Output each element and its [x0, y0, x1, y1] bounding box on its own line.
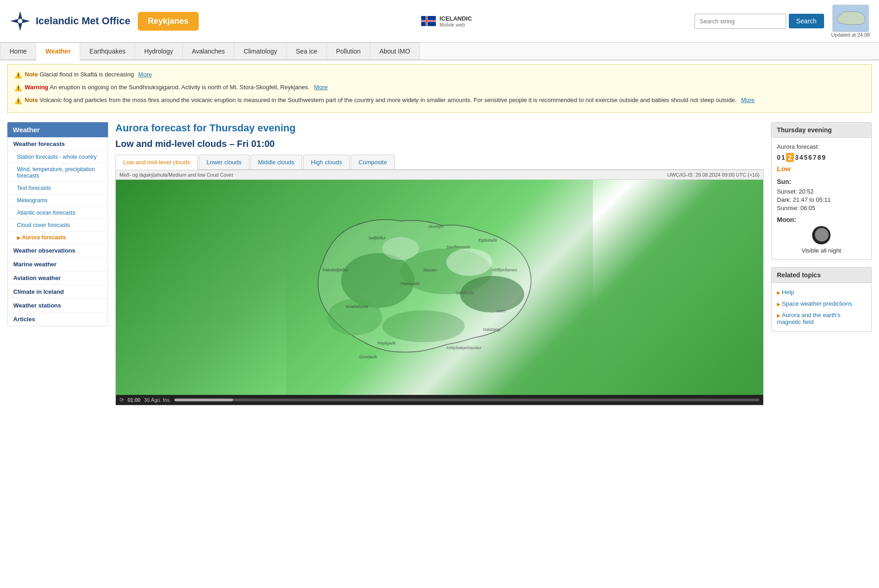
map-container: Með- og lágskýjahula/Medium and low Coud…: [115, 170, 764, 405]
svg-text:Grindavík: Grindavík: [359, 355, 377, 359]
nav-earthquakes[interactable]: Earthquakes: [80, 43, 135, 59]
nav-sea-ice[interactable]: Sea ice: [287, 43, 327, 59]
svg-text:Kirkjubæjarklaustur: Kirkjubæjarklaustur: [446, 345, 482, 350]
alert-1-label: Note: [25, 71, 38, 78]
svg-text:Patreksfjörður: Patreksfjörður: [323, 268, 348, 272]
related-item-space-weather[interactable]: Space weather predictions: [777, 298, 866, 309]
aurora-num-8: 8: [817, 154, 821, 161]
tab-high-clouds[interactable]: High clouds: [303, 155, 350, 169]
right-panel: Thursday evening Aurora forecast: 0 1 2 …: [771, 122, 872, 405]
map-header: Með- og lágskýjahula/Medium and low Coud…: [116, 170, 763, 180]
nav-about-imo[interactable]: About IMO: [370, 43, 420, 59]
alert-3-label: Note: [25, 97, 38, 103]
timeline-bar[interactable]: [174, 399, 760, 401]
aurora-num-2-highlight: 2: [786, 153, 794, 162]
svg-point-1: [18, 19, 22, 23]
nav-climatology[interactable]: Climatology: [234, 43, 287, 59]
sidebar-item-cloud-cover[interactable]: Cloud cover forecasts: [8, 219, 108, 232]
sidebar-item-articles[interactable]: Articles: [8, 313, 108, 326]
aurora-num-7: 7: [813, 154, 817, 161]
search-button[interactable]: Search: [789, 14, 824, 28]
reykjanes-button[interactable]: Reykjanes: [138, 12, 199, 31]
sidebar-item-aurora[interactable]: Aurora forecasts: [8, 232, 108, 244]
aurora-scale: 0 1 2 3 4 5 6 7 8 9: [777, 153, 866, 162]
svg-text:Miðfjörðarnes: Miðfjörðarnes: [492, 268, 517, 272]
alert-1-content: Note Glacial flood in Skaftá is decreasi…: [25, 69, 152, 80]
lang-sub: Mobile web: [440, 22, 472, 27]
aurora-num-6: 6: [808, 154, 812, 161]
sidebar-item-aviation[interactable]: Aviation weather: [8, 271, 108, 285]
related-topics-header: Related topics: [771, 268, 871, 283]
sidebar-item-text-forecasts[interactable]: Text forecasts: [8, 182, 108, 194]
logo-icon: [9, 10, 31, 32]
aurora-num-4: 4: [799, 154, 803, 161]
play-button[interactable]: ⟳: [119, 397, 124, 403]
svg-text:Myvatn: Myvatn: [423, 268, 437, 272]
nav-pollution[interactable]: Pollution: [327, 43, 370, 59]
logo-text: Icelandic Met Office: [36, 15, 130, 27]
map-header-right: UWC/IG-IS: 29.08.2024 09:00 UTC (+16): [667, 172, 760, 178]
aurora-num-0: 0: [777, 154, 781, 161]
nav-home[interactable]: Home: [0, 43, 36, 59]
sidebar: Weather Weather forecasts Station foreca…: [7, 122, 108, 405]
aurora-num-5: 5: [804, 154, 808, 161]
related-item-aurora-earth[interactable]: Aurora and the earth's magnetic field: [777, 309, 866, 328]
tab-lower-clouds[interactable]: Lower clouds: [199, 155, 250, 169]
tab-middle-clouds[interactable]: Middle clouds: [250, 155, 303, 169]
logo-area: Icelandic Met Office: [9, 10, 130, 32]
aurora-num-9: 9: [822, 154, 825, 161]
nav-hydrology[interactable]: Hydrology: [135, 43, 183, 59]
sidebar-item-marine[interactable]: Marine weather: [8, 258, 108, 271]
sidebar-item-climate[interactable]: Climate in Iceland: [8, 285, 108, 299]
svg-text:Sauðánesviti: Sauðánesviti: [446, 245, 470, 249]
tab-composite[interactable]: Composite: [351, 155, 395, 169]
main-content: Weather Weather forecasts Station foreca…: [0, 117, 879, 411]
svg-text:Egilsstaðir: Egilsstaðir: [478, 238, 498, 243]
aurora-num-1: 1: [781, 154, 785, 161]
alert-1-more[interactable]: More: [138, 71, 152, 78]
updated-text: Updated at 24.08: [831, 32, 870, 38]
sidebar-header: Weather: [7, 122, 108, 137]
sidebar-item-weather-obs[interactable]: Weather observations: [8, 244, 108, 258]
section-title: Low and mid-level clouds – Fri 01:00: [115, 139, 764, 149]
aurora-forecast-label: Aurora forecast:: [777, 143, 866, 150]
aurora-panel: Thursday evening Aurora forecast: 0 1 2 …: [771, 122, 872, 260]
svg-text:Snæfellsnes: Snæfellsnes: [346, 304, 369, 309]
related-topics-content: Help Space weather predictions Aurora an…: [771, 283, 871, 331]
sidebar-item-stations[interactable]: Weather stations: [8, 299, 108, 313]
sidebar-item-wind-temp[interactable]: Wind, temperature, precipitation forecas…: [8, 163, 108, 182]
svg-text:Ísafjörður: Ísafjörður: [369, 236, 386, 240]
aurora-panel-header: Thursday evening: [771, 123, 871, 138]
sidebar-item-weather-forecasts[interactable]: Weather forecasts: [8, 137, 108, 151]
content-area: Aurora forecast for Thursday evening Low…: [115, 122, 764, 405]
search-input[interactable]: [695, 14, 786, 29]
iceland-map-svg: Ísafjörður Akureyri Egilsstaðir Snæfells…: [116, 180, 763, 395]
sidebar-item-atlantic[interactable]: Atlantic ocean forecasts: [8, 207, 108, 219]
svg-text:Sandbúðir: Sandbúðir: [456, 291, 474, 295]
map-footer[interactable]: ⟳ 01:00 30.Ágú. fós.: [116, 395, 763, 405]
cloud-tabs: Low and mid-level clouds Lower clouds Mi…: [115, 155, 764, 170]
language-selector[interactable]: ICELANDIC Mobile web: [206, 15, 688, 27]
aurora-num-3: 3: [795, 154, 798, 161]
alert-3-more[interactable]: More: [741, 97, 755, 103]
map-thumbnail-area: Updated at 24.08: [831, 5, 870, 38]
related-item-help[interactable]: Help: [777, 286, 866, 298]
sidebar-item-station-forecasts[interactable]: Station forecasts - whole country: [8, 151, 108, 163]
svg-text:Höfn: Höfn: [497, 309, 505, 313]
svg-text:Hveravellir: Hveravellir: [401, 281, 420, 286]
sidebar-item-meteograms[interactable]: Meteograms: [8, 194, 108, 207]
page-title: Aurora forecast for Thursday evening: [115, 122, 764, 134]
alert-2-more[interactable]: More: [314, 84, 328, 91]
navigation: Home Weather Earthquakes Hydrology Avala…: [0, 43, 879, 60]
aurora-rating: Low: [777, 165, 866, 173]
alert-icon-2: ⚠️: [14, 82, 22, 94]
tab-low-mid-clouds[interactable]: Low and mid-level clouds: [115, 155, 198, 170]
alert-3-text: Volcanic fog and particles from the moss…: [40, 97, 737, 103]
alert-3: ⚠️ Note Volcanic fog and particles from …: [14, 95, 865, 107]
nav-avalanches[interactable]: Avalanches: [183, 43, 234, 59]
nav-weather[interactable]: Weather: [36, 43, 80, 60]
alert-2-label: Warning: [25, 84, 49, 91]
svg-rect-6: [421, 21, 436, 22]
alert-icon-3: ⚠️: [14, 95, 22, 107]
header: Icelandic Met Office Reykjanes ICELANDIC…: [0, 0, 879, 43]
